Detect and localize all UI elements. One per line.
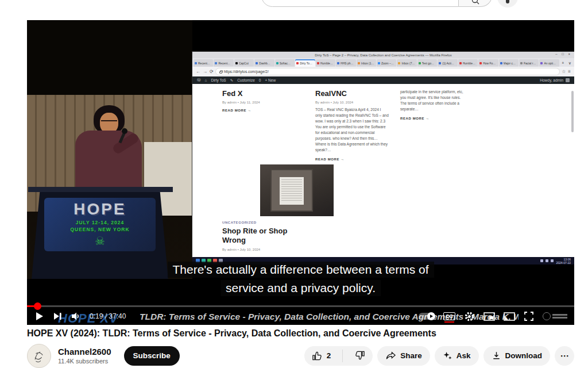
ask-button[interactable]: Ask [435,346,479,366]
post-title[interactable]: RealVNC [315,90,389,98]
browser-tab[interactable]: Text go… [417,59,437,67]
wp-comments-count[interactable]: 0 [259,78,261,82]
share-button[interactable]: Share [377,346,430,366]
post-title[interactable]: Shop Rite or Shop Wrong [222,227,303,246]
tab-label: An opti… [544,62,556,65]
volume-button[interactable] [71,311,81,321]
autoplay-toggle[interactable] [419,313,435,320]
theater-button[interactable] [504,312,515,321]
browser-tab[interactable]: An opti… [539,59,559,67]
gear-icon [464,311,475,322]
settings-button[interactable] [464,311,475,322]
new-tab-button[interactable]: + [560,59,566,67]
play-button[interactable] [34,311,44,321]
browser-tab[interactable]: Recent… [194,59,213,67]
browser-tab[interactable]: (1) Acti… [438,59,457,67]
next-button[interactable] [53,312,62,321]
miniplayer-button[interactable] [483,312,495,321]
post-meta: By admin • July 10, 2024 [315,101,389,104]
progress-bar[interactable] [27,305,574,307]
dislike-button[interactable] [347,346,373,366]
browser-tab[interactable]: CapCut [234,59,254,67]
like-button[interactable]: 2 [304,346,339,366]
like-count: 2 [327,351,331,360]
browser-tab[interactable]: Softac… [275,59,295,67]
back-icon[interactable]: ← [196,69,200,74]
browser-tab[interactable]: Major c… [499,59,519,67]
read-more-link[interactable]: READ MORE → [400,117,465,120]
mic-icon [506,0,509,3]
read-more-link[interactable]: READ MORE → [222,109,297,112]
forward-icon[interactable]: → [203,69,207,74]
channel-avatar[interactable] [27,344,51,368]
player-controls: 0:19 / 37:40 CC [27,308,574,325]
search-input[interactable] [261,0,459,7]
browser-tab[interactable]: Dashb… [254,59,274,67]
browser-tab[interactable]: Inbox (7… [397,59,416,67]
captions-button[interactable]: CC [443,312,455,320]
tab-favicon-icon [317,62,319,64]
browser-tab[interactable]: Facial r… [519,59,539,67]
video-player[interactable]: HOPE JULY 12-14, 2024 QUEENS, NEW YORK ☠… [27,20,574,325]
tab-label: HHS ph… [341,62,354,65]
reload-icon[interactable]: ⟳ [210,69,214,74]
wp-new-menu[interactable]: + New [265,78,276,82]
tab-label: Humble… [463,62,475,65]
tab-favicon-icon [195,62,197,64]
menu-icon[interactable]: ≡ [568,69,571,74]
browser-tab[interactable]: Humble… [458,59,478,67]
url-bar[interactable]: https://dirtytos.com/page/2/ [216,68,559,75]
channel-name[interactable]: Channel2600 [58,347,111,356]
post-meta: By admin • July 11, 2024 [222,101,297,104]
tab-overflow-button[interactable]: ∨ [567,59,573,67]
time-display: 0:19 / 37:40 [90,312,126,320]
watermark-text-lines [552,313,567,320]
caption-line-1: There's actually a difference between a … [167,262,434,278]
browser-tab[interactable]: HHS ph… [336,59,355,67]
hope-sign-title: HOPE [45,200,154,218]
browser-tab-active[interactable]: Dirty To… [295,59,315,67]
read-more-link[interactable]: READ MORE → [315,158,389,161]
hope-sign-date: JULY 12-14, 2024 [45,220,154,225]
post-category[interactable]: UNCATEGORIZED [222,221,303,224]
wp-site-name[interactable]: Dirty ToS [211,78,226,82]
download-button[interactable]: Download [483,346,551,366]
tab-label: Recent… [198,62,210,65]
browser-window-title: Dirty ToS – Page 2 – Privacy, Data Colle… [315,53,452,57]
post-continuation: participate in the service platform, etc… [400,86,465,120]
more-actions-button[interactable]: ⋯ [555,346,574,366]
subscribe-button[interactable]: Subscribe [124,346,180,366]
browser-navbar: ← → ⟳ https://dirtytos.com/page/2/ ☆ ≡ [192,67,574,76]
channel-video-watermark[interactable] [543,312,567,320]
wordpress-icon[interactable]: Ⓦ [197,78,201,83]
url-text: https://dirtytos.com/page/2/ [224,70,269,74]
fullscreen-button[interactable] [524,311,534,321]
tab-label: Text go… [422,62,434,65]
voice-search-button[interactable] [497,0,518,7]
browser-tab[interactable]: Inbox (1… [357,59,376,67]
browser-tab[interactable]: Zoom –… [377,59,396,67]
browser-tab[interactable]: Recent… [214,59,233,67]
wp-howdy[interactable]: Howdy, admin [540,78,563,82]
window-controls: – □ × [555,52,572,56]
post-featured-image[interactable] [260,164,334,216]
presenter-glasses [101,120,117,124]
tray-icon [540,259,543,262]
post-title[interactable]: Fed X [222,90,297,98]
microphone-head [122,128,127,134]
browser-tab[interactable]: Humble… [316,59,335,67]
tab-favicon-icon [256,62,258,64]
wp-customize-link[interactable]: Customize [237,78,255,82]
post-shoprite: UNCATEGORIZED Shop Rite or Shop Wrong By… [222,221,303,251]
page-scrollbar[interactable] [571,91,574,132]
pill-divider [342,350,343,362]
search-button[interactable] [459,0,492,7]
post-meta: By admin • July 10, 2024 [222,248,303,251]
fullscreen-icon [524,311,534,321]
hope-sign-location: QUEENS, NEW YORK [45,227,154,232]
ask-label: Ask [457,351,471,360]
browser-tab[interactable]: How Fo… [478,59,498,67]
share-icon [385,350,396,361]
tab-label: Recent… [218,62,230,65]
bookmark-icon[interactable]: ☆ [562,69,566,74]
